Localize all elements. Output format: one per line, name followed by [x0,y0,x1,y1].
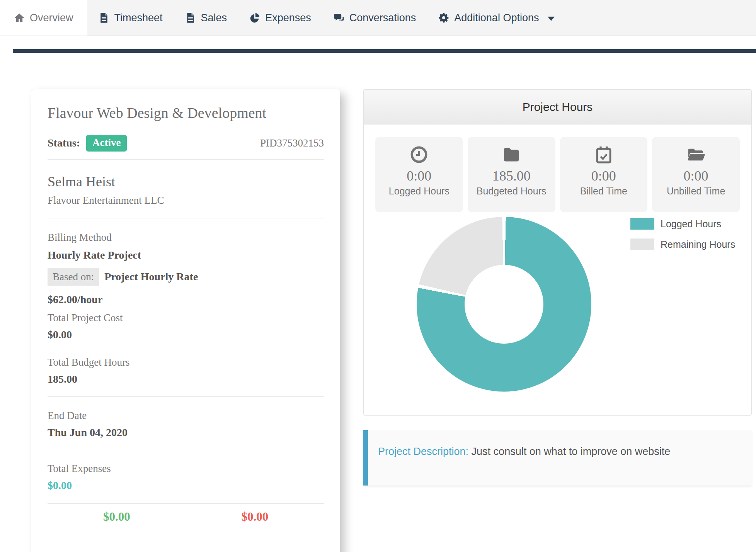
tab-label: Conversations [349,12,416,24]
client-company: Flavour Entertainment LLC [48,194,324,206]
based-on-row: Based on: Project Hourly Rate [48,268,324,286]
chevron-down-icon [548,17,555,21]
total-expenses-value: $0.00 [48,479,324,492]
legend-label: Logged Hours [661,218,721,230]
folder-open-icon [652,145,740,165]
client-name: Selma Heist [48,174,324,190]
project-summary-card: Flavour Web Design & Development Status:… [31,89,340,552]
paid-amount: $0.00 [48,510,186,524]
hours-stat-row: 0:00 Logged Hours 185.00 Budgeted Hours … [375,137,740,212]
tab-label: Expenses [265,12,311,24]
stat-budgeted-hours: 185.00 Budgeted Hours [468,137,555,212]
home-icon [14,12,25,23]
due-amount: $0.00 [186,510,324,524]
stat-value: 0:00 [652,168,740,184]
total-expenses-label: Total Expenses [48,463,324,475]
tab-sales[interactable]: Sales [174,0,238,36]
hourly-rate: $62.00/hour [48,293,324,306]
stat-unbilled-time: 0:00 Unbilled Time [652,137,740,212]
total-project-cost-label: Total Project Cost [48,312,324,324]
comments-icon [334,12,344,23]
stat-label: Billed Time [560,186,648,197]
project-title: Flavour Web Design & Development [48,105,324,122]
calendar-check-icon [560,145,648,165]
project-hours-donut-chart [417,217,591,392]
description-label: Project Description: [378,446,468,457]
divider [48,218,324,218]
end-date-label: End Date [48,410,324,422]
project-description-box: Project Description: Just consult on wha… [363,430,752,486]
tab-label: Additional Options [454,12,539,24]
stat-label: Logged Hours [375,186,463,197]
status-row: Status: Active PID375302153 [48,135,324,152]
end-date-value: Thu Jun 04, 2020 [48,426,324,439]
tab-label: Overview [30,12,73,24]
document-icon [185,12,196,23]
divider [48,159,324,160]
card-footer-amounts: $0.00 $0.00 [48,510,324,524]
stat-value: 0:00 [560,168,648,184]
status-label: Status: [48,137,80,149]
status-badge: Active [86,135,127,152]
billing-method-label: Billing Method [48,232,324,244]
based-on-label: Based on: [48,268,99,286]
stat-value: 185.00 [468,168,555,184]
tab-timesheet[interactable]: Timesheet [87,0,174,36]
stat-value: 0:00 [375,168,463,184]
billing-method-value: Hourly Rate Project [48,249,324,261]
legend-item-logged: Logged Hours [630,218,735,230]
tab-overview[interactable]: Overview [0,0,87,36]
tab-label: Sales [201,12,227,24]
legend-item-remaining: Remaining Hours [630,239,735,250]
legend-swatch-remaining [630,239,654,250]
based-on-value: Project Hourly Rate [104,271,198,283]
top-nav: Overview Timesheet Sales Expenses Conver… [0,0,756,36]
divider [48,396,324,397]
total-project-cost-value: $0.00 [48,329,324,341]
project-hours-panel: Project Hours 0:00 Logged Hours 185.00 B… [363,89,752,416]
clock-icon [375,145,463,165]
gear-icon [438,12,449,23]
stat-logged-hours: 0:00 Logged Hours [375,137,463,212]
legend-swatch-logged [630,218,654,230]
panel-title: Project Hours [364,90,751,124]
legend-label: Remaining Hours [661,239,735,250]
content-top-border [13,49,756,53]
project-id: PID375302153 [260,137,324,149]
total-budget-hours-label: Total Budget Hours [48,356,324,368]
chart-legend: Logged Hours Remaining Hours [630,218,735,259]
tab-conversations[interactable]: Conversations [322,0,427,36]
tab-additional-options[interactable]: Additional Options [427,0,566,36]
stat-label: Budgeted Hours [468,186,555,197]
total-budget-hours-value: 185.00 [48,373,324,385]
tab-expenses[interactable]: Expenses [238,0,322,36]
divider [48,503,324,504]
stat-billed-time: 0:00 Billed Time [560,137,648,212]
description-text: Just consult on what to improve on websi… [468,446,670,457]
tab-label: Timesheet [114,12,163,24]
pie-icon [249,12,260,23]
document-icon [99,12,109,23]
stat-label: Unbilled Time [652,186,740,197]
folder-icon [468,145,555,165]
